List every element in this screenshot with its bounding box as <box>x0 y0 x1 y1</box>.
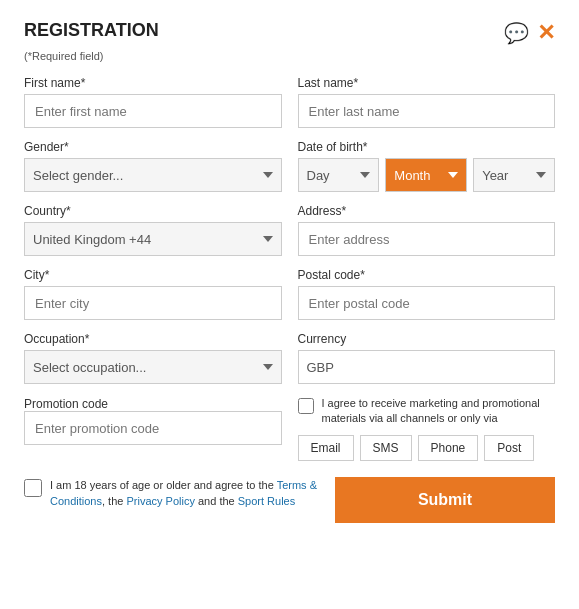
promotion-marketing-row: Promotion code I agree to receive market… <box>24 396 555 461</box>
occupation-select[interactable]: Select occupation... Employed Self-emplo… <box>24 350 282 384</box>
country-select[interactable]: United Kingdom +44 United States +1 Germ… <box>24 222 282 256</box>
post-button[interactable]: Post <box>484 435 534 461</box>
required-note: (*Required field) <box>24 50 555 62</box>
registration-modal: REGISTRATION 💬 ✕ (*Required field) First… <box>0 0 579 609</box>
gender-label: Gender* <box>24 140 282 154</box>
promotion-group: Promotion code <box>24 396 282 461</box>
name-row: First name* Last name* <box>24 76 555 128</box>
privacy-policy-link[interactable]: Privacy Policy <box>126 495 194 507</box>
sms-button[interactable]: SMS <box>360 435 412 461</box>
last-name-group: Last name* <box>298 76 556 128</box>
country-group: Country* United Kingdom +44 United State… <box>24 204 282 256</box>
marketing-buttons: Email SMS Phone Post <box>298 435 556 461</box>
postal-code-label: Postal code* <box>298 268 556 282</box>
postal-code-input[interactable] <box>298 286 556 320</box>
country-label: Country* <box>24 204 282 218</box>
modal-header: REGISTRATION 💬 ✕ <box>24 20 555 46</box>
header-icons: 💬 ✕ <box>504 20 555 46</box>
first-name-label: First name* <box>24 76 282 90</box>
currency-label: Currency <box>298 332 556 346</box>
address-group: Address* <box>298 204 556 256</box>
gender-select[interactable]: Select gender... Male Female Other <box>24 158 282 192</box>
dob-selects: Day 12345 678910 1112131415 1617181920 2… <box>298 158 556 192</box>
chat-icon[interactable]: 💬 <box>504 21 529 45</box>
terms-checkbox[interactable] <box>24 479 42 497</box>
sport-rules-link[interactable]: Sport Rules <box>238 495 295 507</box>
promotion-input[interactable] <box>24 411 282 445</box>
first-name-input[interactable] <box>24 94 282 128</box>
terms-text: I am 18 years of age or older and agree … <box>50 477 319 510</box>
dob-group-container: Date of birth* Day 12345 678910 11121314… <box>298 140 556 192</box>
country-address-row: Country* United Kingdom +44 United State… <box>24 204 555 256</box>
city-group: City* <box>24 268 282 320</box>
city-postal-row: City* Postal code* <box>24 268 555 320</box>
gender-dob-row: Gender* Select gender... Male Female Oth… <box>24 140 555 192</box>
currency-select[interactable]: GBP USD EUR AUD <box>298 350 556 384</box>
address-input[interactable] <box>298 222 556 256</box>
modal-title: REGISTRATION <box>24 20 159 41</box>
occupation-label: Occupation* <box>24 332 282 346</box>
terms-section: I am 18 years of age or older and agree … <box>24 477 319 510</box>
close-icon[interactable]: ✕ <box>537 20 555 46</box>
occupation-group: Occupation* Select occupation... Employe… <box>24 332 282 384</box>
phone-button[interactable]: Phone <box>418 435 479 461</box>
promotion-label: Promotion code <box>24 397 108 411</box>
marketing-checkbox-row: I agree to receive marketing and promoti… <box>298 396 556 427</box>
email-button[interactable]: Email <box>298 435 354 461</box>
city-label: City* <box>24 268 282 282</box>
bottom-section: I am 18 years of age or older and agree … <box>24 477 555 523</box>
marketing-text: I agree to receive marketing and promoti… <box>322 396 556 427</box>
dob-year-select[interactable]: Year 2005200019951990 1985198019751970 <box>473 158 555 192</box>
postal-code-group: Postal code* <box>298 268 556 320</box>
marketing-group: I agree to receive marketing and promoti… <box>298 396 556 461</box>
city-input[interactable] <box>24 286 282 320</box>
gender-group: Gender* Select gender... Male Female Oth… <box>24 140 282 192</box>
dob-label: Date of birth* <box>298 140 556 154</box>
submit-button[interactable]: Submit <box>335 477 555 523</box>
dob-month-select[interactable]: Month JanFebMarApr MayJunJulAug SepOctNo… <box>385 158 467 192</box>
currency-group: Currency GBP USD EUR AUD <box>298 332 556 384</box>
last-name-input[interactable] <box>298 94 556 128</box>
last-name-label: Last name* <box>298 76 556 90</box>
marketing-checkbox[interactable] <box>298 398 314 414</box>
first-name-group: First name* <box>24 76 282 128</box>
address-label: Address* <box>298 204 556 218</box>
occupation-currency-row: Occupation* Select occupation... Employe… <box>24 332 555 384</box>
dob-day-select[interactable]: Day 12345 678910 1112131415 1617181920 2… <box>298 158 380 192</box>
